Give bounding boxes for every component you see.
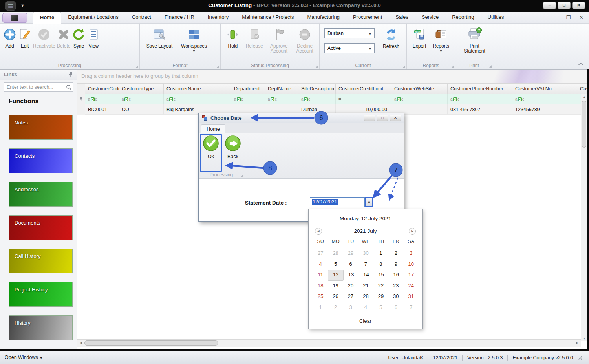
calendar-day[interactable]: 1 [313,302,328,313]
calendar-day[interactable]: 6 [388,302,403,313]
minimize-button[interactable]: – [543,2,556,9]
group-dialog-launcher-icon[interactable] [240,175,243,177]
close-button[interactable]: ✕ [572,2,585,9]
status-select[interactable]: Active▼ [324,43,375,53]
calendar-day[interactable]: 25 [313,291,328,302]
calendar-day[interactable]: 10 [404,259,419,270]
cell-customerphonenumber[interactable]: 031 456 7807 [448,104,512,115]
filter-cell-customercode[interactable]: aBc [85,94,119,104]
function-button-notes[interactable]: Notes [9,115,73,140]
calendar-day[interactable]: 8 [373,259,388,270]
delete-button[interactable]: Delete [56,26,71,50]
calendar-day[interactable]: 9 [388,259,403,270]
group-dialog-launcher-icon[interactable] [489,65,492,68]
calendar-day[interactable]: 29 [343,248,358,259]
collapse-ribbon-icon[interactable] [578,62,584,66]
filter-cell-department[interactable]: aBc [231,94,265,104]
calendar-day[interactable]: 22 [373,281,388,292]
date-dropdown-button[interactable]: ▼ [365,197,373,207]
calendar-month-label[interactable]: 2021 July [309,228,422,234]
tab-sales[interactable]: Sales [389,12,415,24]
calendar-day[interactable]: 3 [343,302,358,313]
group-by-band[interactable]: Drag a column header here to group by th… [77,70,587,84]
edit-button[interactable]: Edit [17,26,32,50]
calendar-day[interactable]: 4 [358,302,373,313]
calendar-day[interactable]: 4 [313,259,328,270]
column-header-customervatno[interactable]: CustomerVATNo [512,84,577,94]
maximize-button[interactable]: □ [558,2,571,9]
calendar-day[interactable]: 2 [388,248,403,259]
calendar-day[interactable]: 15 [374,270,389,281]
tab-maintenance-projects[interactable]: Maintenance / Projects [235,12,300,24]
function-button-project-history[interactable]: Project History [9,282,73,307]
group-dialog-launcher-icon[interactable] [452,65,454,68]
scroll-up-icon[interactable]: ▲ [581,95,587,99]
hold-button[interactable]: Hold [223,26,243,50]
calendar-day[interactable]: 18 [313,281,328,292]
approve-account-button[interactable]: Approve Account [266,26,292,55]
calendar-day[interactable]: 24 [404,281,419,292]
dialog-maximize-button[interactable]: □ [377,115,388,121]
tab-reporting[interactable]: Reporting [445,12,481,24]
calendar-day[interactable]: 21 [358,281,373,292]
tab-home[interactable]: Home [33,12,61,24]
cell-customervatno[interactable]: 123456789 [512,104,577,115]
function-button-call-history[interactable]: Call History [9,249,73,273]
filter-cell-customername[interactable]: aBc [164,94,231,104]
calendar-day[interactable]: 20 [343,281,358,292]
calendar-day[interactable]: 19 [328,281,343,292]
column-header-customercreditlimit[interactable]: CustomerCreditLimit [336,84,391,94]
calendar-day[interactable]: 5 [328,259,343,270]
group-dialog-launcher-icon[interactable] [403,65,405,68]
cell-customercode[interactable]: BIC0001 [85,104,119,115]
scroll-left-icon[interactable]: ◄ [79,341,83,345]
tab-contract[interactable]: Contract [125,12,158,24]
export-button[interactable]: XLSX Export [409,26,430,50]
column-header-customertype[interactable]: CustomerType [119,84,164,94]
column-header-customerphonenumber[interactable]: CustomerPhoneNumber [448,84,512,94]
save-layout-button[interactable]: Save Layout [142,26,177,50]
resize-grip-icon[interactable] [578,356,582,360]
calendar-day[interactable]: 28 [328,248,343,259]
refresh-button[interactable]: Refresh [379,26,403,50]
calendar-next-icon[interactable]: ► [409,228,416,235]
calendar-day[interactable]: 11 [313,270,328,281]
open-windows-button[interactable]: Open Windows ▼ [5,355,43,360]
scroll-down-icon[interactable]: ▼ [581,337,587,340]
calendar-day[interactable]: 1 [373,248,388,259]
function-button-history[interactable]: History [9,315,73,340]
column-header-deptname[interactable]: DeptName [265,84,298,94]
horizontal-scroll-thumb[interactable] [84,340,218,346]
column-header-customercode[interactable]: CustomerCode [85,84,119,94]
group-dialog-launcher-icon[interactable] [136,65,138,68]
column-header-cus[interactable]: Cus [577,84,587,94]
tab-utilities[interactable]: Utilities [481,12,511,24]
filter-cell-sitedescription[interactable]: aBc [298,94,336,104]
tab-procurement[interactable]: Procurement [346,12,389,24]
filter-cell-customervatno[interactable]: aBc [512,94,577,104]
calendar-day[interactable]: 30 [358,248,373,259]
calendar-day[interactable]: 3 [404,248,419,259]
calendar-day-selected[interactable]: 12 [328,270,344,281]
calendar-day[interactable]: 26 [328,291,343,302]
cell-customertype[interactable]: CO [119,104,164,115]
calendar-day[interactable]: 17 [404,270,419,281]
site-select[interactable]: Durban▼ [324,28,375,38]
calendar-day[interactable]: 30 [388,291,403,302]
filter-cell-customertype[interactable]: aBc [119,94,164,104]
statement-date-input[interactable]: 12/07/2021 [310,197,365,207]
calendar-day[interactable]: 2 [328,302,343,313]
reports-button[interactable]: Reports ▼ [430,26,452,54]
tab-finance-hr[interactable]: Finance / HR [158,12,201,24]
pin-icon[interactable] [68,72,73,78]
vertical-scroll-thumb[interactable] [582,101,586,148]
calendar-day[interactable]: 13 [344,270,359,281]
filter-cell-customerwebsite[interactable]: aBc [391,94,448,104]
column-header-customerwebsite[interactable]: CustomerWebSite [391,84,448,94]
dialog-title-bar[interactable]: Choose Date – □ ✕ [199,113,404,123]
filter-cell-customerphonenumber[interactable]: aBc [448,94,512,104]
application-menu-button[interactable] [2,13,27,23]
column-header-sitedescription[interactable]: SiteDescription [298,84,336,94]
dialog-minimize-button[interactable]: – [364,115,375,121]
calendar-day[interactable]: 28 [358,291,373,302]
